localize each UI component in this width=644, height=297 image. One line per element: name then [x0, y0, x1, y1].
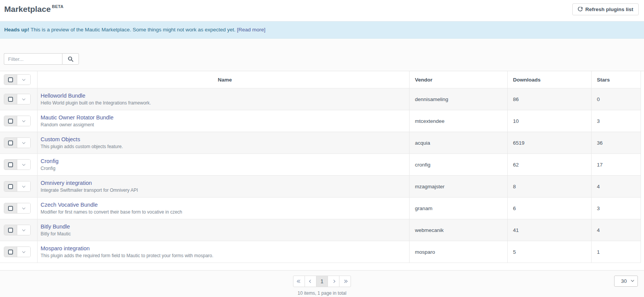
checkbox-icon [8, 184, 13, 189]
plugins-table: Name Vendor Downloads Stars Helloworld B… [0, 71, 644, 271]
row-select-group [4, 94, 31, 104]
row-actions-dropdown[interactable] [17, 138, 30, 148]
page-size-select[interactable]: 30 [614, 276, 638, 287]
stars-cell: 17 [591, 154, 641, 175]
header-select-cell [0, 71, 37, 88]
table-header-row: Name Vendor Downloads Stars [0, 71, 641, 88]
row-checkbox[interactable] [4, 225, 17, 235]
row-actions-dropdown[interactable] [17, 116, 30, 126]
vendor-cell: acquia [409, 132, 507, 153]
search-icon [68, 56, 74, 62]
select-all-group [4, 74, 31, 85]
beta-badge: BETA [52, 4, 63, 9]
downloads-cell: 5 [507, 241, 591, 263]
name-cell: Bitly Bundle Bitly for Mautic [37, 219, 409, 241]
checkbox-icon [8, 162, 13, 167]
plugin-name-link[interactable]: Helloworld Bundle [41, 93, 85, 99]
plugin-description: This plugin adds custom objects feature. [41, 144, 123, 149]
checkbox-icon [8, 228, 13, 233]
column-header-stars: Stars [591, 71, 641, 88]
name-cell: Custom Objects This plugin adds custom o… [37, 132, 409, 153]
chevron-down-icon [22, 77, 25, 80]
row-actions-dropdown[interactable] [17, 247, 30, 257]
downloads-cell: 6519 [507, 132, 591, 153]
row-checkbox[interactable] [4, 138, 17, 148]
chevron-right-icon [332, 280, 335, 283]
row-select-cell [0, 241, 37, 263]
plugin-name-link[interactable]: Custom Objects [41, 136, 80, 142]
name-cell: Mosparo integration This plugin adds the… [37, 241, 409, 263]
name-cell: Cronfig Cronfig [37, 154, 409, 175]
column-header-name: Name [37, 71, 409, 88]
row-actions-dropdown[interactable] [17, 94, 30, 104]
downloads-cell: 6 [507, 197, 591, 219]
row-actions-dropdown[interactable] [17, 203, 30, 213]
page-title: MarketplaceBETA [4, 5, 64, 14]
select-all-checkbox[interactable] [4, 75, 17, 85]
chevron-down-icon [22, 206, 25, 209]
refresh-icon [578, 7, 583, 12]
row-checkbox[interactable] [4, 181, 17, 191]
plugin-name-link[interactable]: Bitly Bundle [41, 224, 70, 230]
stars-cell: 3 [591, 110, 641, 132]
page-size-select-wrap: 30 [614, 276, 638, 287]
pagination-prev-button[interactable] [305, 276, 316, 287]
vendor-cell: mzagmajster [409, 176, 507, 197]
plugin-name-link[interactable]: Czech Vocative Bundle [41, 202, 98, 208]
row-checkbox[interactable] [4, 247, 17, 257]
vendor-cell: dennisameling [409, 88, 507, 110]
read-more-link[interactable]: [Read more] [237, 27, 265, 33]
info-banner: Heads up! This is a preview of the Mauti… [0, 21, 644, 39]
pagination-last-button[interactable] [339, 276, 351, 287]
row-actions-dropdown[interactable] [17, 225, 30, 235]
pagination-first-button[interactable] [293, 276, 305, 287]
row-select-cell [0, 110, 37, 132]
search-button[interactable] [62, 53, 79, 65]
plugin-description: Hello World plugin built on the Integrat… [41, 100, 151, 106]
plugin-name-link[interactable]: Omnivery integration [41, 180, 92, 186]
column-header-downloads: Downloads [507, 71, 591, 88]
pagination-page-1[interactable]: 1 [316, 276, 328, 287]
row-select-group [4, 137, 31, 148]
vendor-cell: mosparo [409, 241, 507, 263]
filter-input[interactable] [4, 53, 62, 65]
row-checkbox[interactable] [4, 160, 17, 170]
plugin-description: Cronfig [41, 166, 56, 171]
checkbox-icon [8, 97, 13, 102]
row-actions-dropdown[interactable] [17, 181, 30, 191]
checkbox-icon [8, 119, 13, 124]
filter-bar [4, 53, 644, 65]
table-row: Cronfig Cronfig cronfig 62 17 [0, 154, 641, 176]
refresh-plugins-button[interactable]: Refresh plugins list [572, 3, 639, 15]
plugin-name-link[interactable]: Mosparo integration [41, 245, 90, 251]
row-select-group [4, 116, 31, 126]
table-row: Bitly Bundle Bitly for Mautic webmecanik… [0, 219, 641, 241]
row-select-group [4, 225, 31, 235]
plugin-description: This plugin adds the required form field… [41, 253, 213, 258]
name-cell: Omnivery integration Integrate Swiftmail… [37, 176, 409, 197]
plugin-name-link[interactable]: Mautic Owner Rotator Bundle [41, 114, 113, 121]
downloads-cell: 8 [507, 176, 591, 197]
row-checkbox[interactable] [4, 94, 17, 104]
plugin-name-link[interactable]: Cronfig [41, 158, 59, 164]
row-actions-dropdown[interactable] [17, 160, 30, 170]
chevron-down-icon [22, 228, 25, 231]
row-checkbox[interactable] [4, 116, 17, 126]
checkbox-icon [8, 140, 13, 145]
double-chevron-right-icon [343, 280, 347, 282]
checkbox-icon [8, 77, 13, 82]
pagination-next-button[interactable] [328, 276, 339, 287]
plugin-description: Bitly for Mautic [41, 231, 71, 237]
table-row: Mautic Owner Rotator Bundle Random owner… [0, 110, 641, 132]
vendor-cell: granam [409, 197, 507, 219]
name-cell: Mautic Owner Rotator Bundle Random owner… [37, 110, 409, 132]
table-row: Omnivery integration Integrate Swiftmail… [0, 176, 641, 197]
table-footer: 1 10 items, 1 page in total 30 [0, 271, 644, 296]
row-checkbox[interactable] [4, 203, 17, 213]
downloads-cell: 86 [507, 88, 591, 110]
stars-cell: 0 [591, 88, 641, 110]
bulk-actions-dropdown[interactable] [17, 75, 30, 85]
stars-cell: 4 [591, 176, 641, 197]
chevron-down-icon [22, 119, 25, 122]
vendor-cell: webmecanik [409, 219, 507, 241]
